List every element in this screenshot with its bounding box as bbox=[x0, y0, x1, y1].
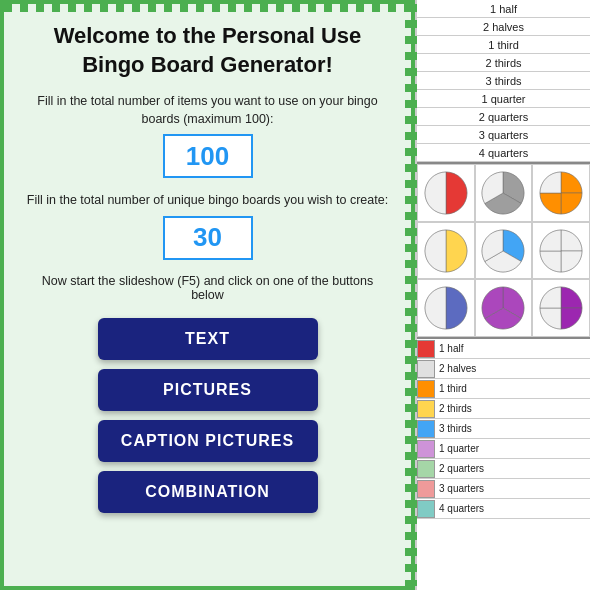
fraction-text-item: 1 third bbox=[417, 36, 590, 54]
color-indicator bbox=[417, 380, 435, 398]
caption-text: 3 quarters bbox=[435, 483, 484, 494]
caption-text: 1 third bbox=[435, 383, 467, 394]
picture-cell bbox=[532, 222, 590, 280]
caption-list-item: 1 quarter bbox=[417, 439, 590, 459]
color-indicator bbox=[417, 420, 435, 438]
left-panel: Welcome to the Personal Use Bingo Board … bbox=[0, 0, 415, 590]
caption-list-item: 2 quarters bbox=[417, 459, 590, 479]
caption-list-item: 3 quarters bbox=[417, 479, 590, 499]
items-value: 100 bbox=[186, 141, 229, 172]
combination-button[interactable]: COMBINATION bbox=[98, 471, 318, 513]
right-panel: 1 half2 halves1 third2 thirds3 thirds1 q… bbox=[415, 0, 590, 590]
boards-input-box[interactable]: 30 bbox=[163, 216, 253, 260]
fraction-text-item: 2 quarters bbox=[417, 108, 590, 126]
zigzag-border bbox=[405, 4, 417, 586]
picture-cell bbox=[475, 164, 533, 222]
caption-text: 2 thirds bbox=[435, 403, 472, 414]
caption-list-item: 1 third bbox=[417, 379, 590, 399]
picture-cell bbox=[417, 279, 475, 337]
caption-list-item: 2 thirds bbox=[417, 399, 590, 419]
caption-list-item: 1 half bbox=[417, 339, 590, 359]
color-indicator bbox=[417, 360, 435, 378]
caption-list-item: 4 quarters bbox=[417, 499, 590, 519]
caption-text: 1 half bbox=[435, 343, 463, 354]
pictures-button[interactable]: PICTURES bbox=[98, 369, 318, 411]
fraction-text-item: 2 halves bbox=[417, 18, 590, 36]
caption-text: 2 halves bbox=[435, 363, 476, 374]
text-button[interactable]: TEXT bbox=[98, 318, 318, 360]
picture-cell bbox=[532, 279, 590, 337]
items-input-box[interactable]: 100 bbox=[163, 134, 253, 178]
boards-value: 30 bbox=[193, 222, 222, 253]
picture-cell bbox=[475, 222, 533, 280]
caption-list-item: 2 halves bbox=[417, 359, 590, 379]
caption-text: 1 quarter bbox=[435, 443, 479, 454]
picture-grid bbox=[417, 164, 590, 339]
fraction-text-item: 2 thirds bbox=[417, 54, 590, 72]
caption-text: 3 thirds bbox=[435, 423, 472, 434]
button-group: TEXT PICTURES CAPTION PICTURES COMBINATI… bbox=[98, 318, 318, 513]
color-indicator bbox=[417, 500, 435, 518]
fraction-text-item: 4 quarters bbox=[417, 144, 590, 162]
picture-cell bbox=[417, 222, 475, 280]
label-boards: Fill in the total number of unique bingo… bbox=[27, 192, 388, 210]
caption-list: 1 half2 halves1 third2 thirds3 thirds1 q… bbox=[417, 339, 590, 519]
caption-pictures-button[interactable]: CAPTION PICTURES bbox=[98, 420, 318, 462]
label-items: Fill in the total number of items you wa… bbox=[24, 93, 391, 128]
fraction-text-item: 1 half bbox=[417, 0, 590, 18]
color-indicator bbox=[417, 480, 435, 498]
fraction-text-item: 1 quarter bbox=[417, 90, 590, 108]
caption-text: 2 quarters bbox=[435, 463, 484, 474]
fraction-text-item: 3 thirds bbox=[417, 72, 590, 90]
fraction-text-list: 1 half2 halves1 third2 thirds3 thirds1 q… bbox=[417, 0, 590, 164]
color-indicator bbox=[417, 460, 435, 478]
color-indicator bbox=[417, 340, 435, 358]
caption-text: 4 quarters bbox=[435, 503, 484, 514]
page-title: Welcome to the Personal Use Bingo Board … bbox=[24, 22, 391, 79]
fraction-text-item: 3 quarters bbox=[417, 126, 590, 144]
picture-cell bbox=[475, 279, 533, 337]
color-indicator bbox=[417, 440, 435, 458]
picture-cell bbox=[417, 164, 475, 222]
picture-cell bbox=[532, 164, 590, 222]
caption-list-item: 3 thirds bbox=[417, 419, 590, 439]
slideshow-label: Now start the slideshow (F5) and click o… bbox=[24, 274, 391, 302]
color-indicator bbox=[417, 400, 435, 418]
